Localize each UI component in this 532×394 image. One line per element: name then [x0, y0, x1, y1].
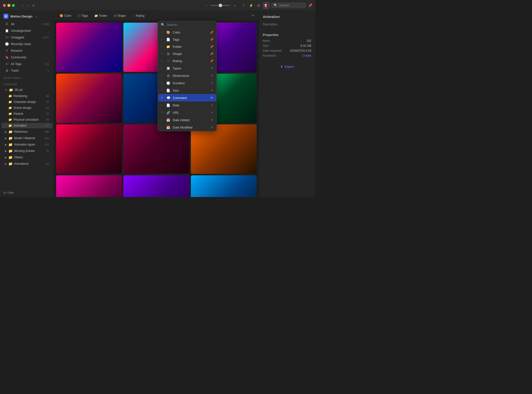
- dropdown-item-dimensions[interactable]: ⠿ ⊞ Dimensions ✕: [158, 72, 216, 79]
- folder-filter-icon: 📁: [94, 14, 98, 17]
- nav-back-button[interactable]: ‹: [21, 2, 25, 8]
- duration-icon: 🕐: [166, 81, 170, 85]
- dropdown-item-duration[interactable]: ⠿ 🕐 Duration ✕: [158, 79, 216, 87]
- sidebar-item-all[interactable]: ☰ All 1,089: [1, 21, 52, 27]
- minimize-button[interactable]: [7, 4, 10, 7]
- folder-others[interactable]: ▶ 📁 Others: [1, 154, 52, 160]
- subfolder-physical-simulation[interactable]: 📁 Physical simulation 40: [1, 117, 52, 122]
- library-chevron[interactable]: ⌄: [35, 15, 37, 18]
- expand-arrow-3d-art: ▼: [5, 89, 7, 91]
- sidebar-item-random[interactable]: ✕ Random: [1, 48, 52, 54]
- sidebar-item-recently-used[interactable]: 🕐 Recently Used: [1, 41, 52, 47]
- zoom-out-button[interactable]: −: [204, 2, 209, 8]
- nav-forward-button[interactable]: ›: [26, 2, 30, 8]
- dropdown-item-tags[interactable]: ⠿ 📄 Tags 📌: [158, 36, 216, 43]
- pin-icon[interactable]: 📌: [210, 45, 214, 49]
- filter-tags-button[interactable]: 🏷 Tags: [75, 13, 90, 18]
- trash-icon: 🗑: [5, 69, 9, 72]
- dropdown-item-color[interactable]: ⠿ 🎨 Color 📌: [158, 29, 216, 36]
- image-cell[interactable]: [56, 23, 122, 72]
- filter-icon-button[interactable]: ⛽: [263, 2, 269, 8]
- image-cell[interactable]: [123, 124, 189, 174]
- dropdown-item-note[interactable]: ⠿ 📄 Note ✕: [158, 101, 216, 109]
- remove-icon[interactable]: ✕: [211, 125, 214, 129]
- filter-add-button[interactable]: +: [250, 13, 256, 19]
- dropdown-item-url[interactable]: ⠿ 🔗 URL ✕: [158, 109, 216, 116]
- subfolder-animation[interactable]: 📁 Animation 102: [1, 123, 52, 128]
- export-icon: ⬆: [280, 65, 283, 68]
- subfolder-rendering[interactable]: 📁 Rendering 88: [1, 93, 52, 99]
- password-create-link[interactable]: Create: [302, 54, 311, 57]
- sidebar-item-uncategorized[interactable]: 📋 Uncategorized: [1, 28, 52, 34]
- dropdown-search-input[interactable]: [167, 23, 214, 27]
- dropdown-item-size[interactable]: ⠿ 📄 Size ✕: [158, 87, 216, 94]
- dropdown-item-types[interactable]: ⠿ 🔲 Types ✕: [158, 65, 216, 72]
- remove-icon[interactable]: ✕: [211, 74, 214, 78]
- pin-icon[interactable]: 📌: [210, 59, 214, 63]
- color-icon: 🎨: [166, 31, 170, 34]
- dropdown-item-date-modified[interactable]: ⠿ 📅 Date Modified ✕: [158, 124, 216, 131]
- pin-icon[interactable]: 📌: [210, 52, 214, 56]
- image-cell[interactable]: [191, 124, 257, 174]
- pin-icon[interactable]: 📌: [210, 31, 214, 34]
- filter-shape-button[interactable]: ⊞ Shape: [111, 13, 128, 18]
- remove-icon[interactable]: ✕: [210, 96, 213, 100]
- dropdown-item-rating[interactable]: ⠿ ☆ Rating 📌: [158, 57, 216, 65]
- share-icon-button[interactable]: ⇧: [241, 2, 246, 8]
- remove-icon[interactable]: ✕: [211, 111, 214, 115]
- image-grid: [56, 23, 257, 197]
- dropdown-item-comment[interactable]: ⠿ 💬 Comment ✕: [158, 94, 216, 101]
- filter-dropdown: 🔍 ⠿ 🎨 Color 📌 ⠿ 📄 Tags 📌: [158, 21, 217, 131]
- titlebar-action-icons: ⇧ ⚡ ⊞ ⛽: [241, 2, 269, 8]
- maximize-button[interactable]: [12, 4, 15, 7]
- pin-icon[interactable]: 📌: [210, 38, 214, 41]
- folder-winning-entries[interactable]: ▶ 📁 Winning Entries 75: [1, 148, 52, 154]
- folder-3d-art[interactable]: ▼ 📁 3D art: [1, 87, 52, 93]
- folder-model-icon: 📁: [8, 136, 13, 140]
- remove-icon[interactable]: ✕: [211, 118, 214, 122]
- image-cell[interactable]: [56, 74, 122, 123]
- filter-color-button[interactable]: 🎨 Color: [57, 13, 74, 18]
- subfolder-particle[interactable]: 📁 Particle 59: [1, 111, 52, 116]
- grid-icon-button[interactable]: ⊞: [256, 2, 261, 8]
- image-cell[interactable]: [191, 175, 257, 197]
- image-cell[interactable]: [56, 175, 122, 197]
- sidebar-item-all-tags[interactable]: 🏷 All Tags 126: [1, 61, 52, 67]
- dropdown-item-date-added[interactable]: ⠿ 📅 Date Added ✕: [158, 116, 216, 124]
- filter-folder-button[interactable]: 📁 Folder: [92, 13, 110, 18]
- image-cell[interactable]: [56, 124, 122, 174]
- types-icon: 🔲: [166, 66, 170, 70]
- close-button[interactable]: [3, 4, 6, 7]
- items-label: Items: [263, 39, 270, 43]
- subfolder-character-design-icon: 📁: [8, 100, 12, 104]
- drag-handle: ⠿: [161, 38, 164, 41]
- filter-footer[interactable]: ⊟ Filter: [0, 188, 54, 197]
- dropdown-item-shape[interactable]: ⠿ ⊞ Shape 📌: [158, 50, 216, 57]
- folders-label: Folders(33): [0, 80, 54, 87]
- sidebar-item-trash[interactable]: 🗑 Trash 1: [1, 67, 52, 74]
- folder-animation-types[interactable]: ▶ 📁 Animation types 115: [1, 142, 52, 148]
- nav-other-button[interactable]: ⇄: [31, 2, 36, 8]
- folder-reference[interactable]: ▶ 📁 Reference 298: [1, 129, 52, 135]
- zoom-slider[interactable]: [211, 5, 230, 6]
- date-imported-value: 2019/07/24 4:33: [290, 49, 311, 52]
- bolt-icon-button[interactable]: ⚡: [248, 2, 254, 8]
- folder-animations[interactable]: ▶ 📁 Animations 16: [1, 161, 52, 167]
- sidebar-item-untagged[interactable]: 🏷 Untagged 1,087: [1, 34, 52, 40]
- filter-rating-button[interactable]: ☆ Rating: [130, 13, 147, 18]
- search-input[interactable]: [279, 3, 304, 7]
- remove-icon[interactable]: ✕: [211, 88, 214, 92]
- zoom-in-button[interactable]: +: [232, 2, 237, 8]
- remove-icon[interactable]: ✕: [211, 81, 214, 85]
- dropdown-item-folder[interactable]: ⠿ 📁 Folder 📌: [158, 43, 216, 50]
- remove-icon[interactable]: ✕: [211, 66, 214, 70]
- search-bar[interactable]: 🔍: [271, 2, 306, 8]
- folder-model-material[interactable]: ▶ 📁 Model / Material 242: [1, 135, 52, 141]
- image-cell[interactable]: [123, 175, 189, 197]
- sidebar-item-community[interactable]: 🔖 Community: [1, 54, 52, 60]
- subfolder-character-design[interactable]: 📁 Character design 28: [1, 99, 52, 105]
- remove-icon[interactable]: ✕: [211, 103, 214, 107]
- export-button[interactable]: ⬆ Export: [263, 63, 311, 70]
- subfolder-scene-design[interactable]: 📁 Scene design 34: [1, 105, 52, 111]
- prop-row-items: Items 102: [263, 39, 311, 43]
